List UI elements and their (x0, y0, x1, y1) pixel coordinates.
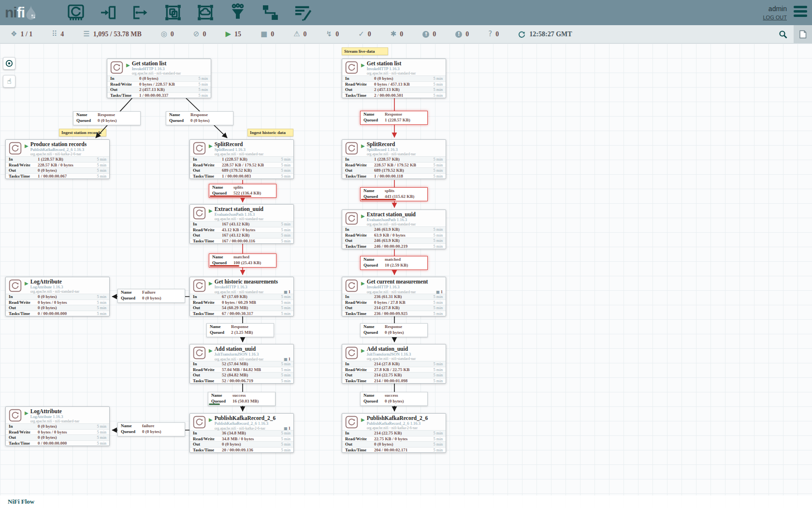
birdseye-toggle-button[interactable] (3, 57, 15, 70)
selection-hand-button[interactable]: ☝ (3, 75, 15, 88)
hamburger-icon (794, 6, 807, 8)
connection-label[interactable]: Namesuccess Queued16 (50.03 MB) (208, 392, 276, 406)
cluster-icon: ❖ (11, 30, 17, 38)
processor-type: PublishKafkaRecord_2_6 1.16.3 (30, 147, 106, 152)
stat-row-out: Out214 (27.8 KB)5 min (342, 305, 446, 311)
processor-icon (345, 279, 358, 292)
processor-icon (193, 416, 206, 429)
bulletin-panel-button[interactable] (794, 25, 812, 44)
connection-name: matched (385, 257, 401, 262)
processor-splitrecord-live[interactable]: ▶ SplitRecord SplitRecord 1.16.3 org.apa… (342, 139, 446, 179)
remote-process-group-component-button[interactable] (195, 2, 216, 23)
label-component-button[interactable] (292, 2, 313, 23)
cluster-stat: ❖1 / 1 (11, 30, 32, 38)
connection-name: success (385, 393, 398, 398)
connection-name: failure (142, 423, 154, 428)
processor-extract-station-uuid-live[interactable]: ▶ Extract station_uuid EvaluateJsonPath … (342, 209, 446, 249)
processor-icon (9, 279, 22, 292)
disabled-stat: ↯0 (326, 30, 339, 38)
processor-log-attribute-1[interactable]: ▶ LogAttribute LogAttribute 1.16.3 org.a… (5, 277, 110, 316)
processor-publish-kafka-historic[interactable]: ▶ PublishKafkaRecord_2_6 PublishKafkaRec… (189, 413, 294, 453)
output-port-component-button[interactable] (130, 2, 151, 23)
processor-type: PublishKafkaRecord_2_6 1.16.3 (215, 421, 290, 426)
connection-label[interactable]: Namefailure Queued0 (0 bytes) (117, 422, 185, 436)
connection-label[interactable]: Namematched Queued10 (2.59 KB) (360, 256, 428, 270)
connection-name: Response (385, 324, 402, 329)
connection-label[interactable]: NameResponse Queued1 (228.57 KB) (360, 111, 428, 125)
processor-type: LogAttribute 1.16.3 (30, 414, 106, 419)
processor-icon (345, 142, 358, 155)
connection-name: splits (385, 188, 394, 193)
invalid-icon: ⚠ (293, 30, 300, 38)
stat-row-out: Out54 (60.29 MB)5 min (190, 305, 293, 311)
processor-add-station-uuid-live[interactable]: ▶ Add station_uuid JoltTransformJSON 1.1… (342, 344, 446, 384)
current-user: admin (763, 5, 787, 13)
processor-icon (193, 142, 206, 155)
stopped-icon: ■ (261, 30, 267, 38)
processor-add-station-uuid-historic[interactable]: ▶ Add station_uuid JoltTransformJSON 1.1… (189, 344, 294, 384)
stat-row-out: Out52 (84.82 MB)5 min (190, 372, 293, 378)
processor-name: SplitRecord (215, 141, 290, 147)
connection-label[interactable]: NameResponse Queued0 (0 bytes) (166, 111, 233, 125)
running-status-icon: ▶ (25, 410, 29, 423)
processor-log-attribute-2[interactable]: ▶ LogAttribute LogAttribute 1.16.3 org.a… (5, 406, 110, 446)
stat-row-read-write: Read/Write0 bytes / 0 bytes5 min (6, 299, 109, 305)
processor-bundle: org.apache.nifi - nifi-standard-nar (367, 290, 416, 294)
funnel-component-button[interactable] (228, 2, 248, 23)
flow-canvas[interactable]: Stream live-dataIngest station recordsIn… (0, 0, 812, 508)
connection-label[interactable]: NameResponse Queued2 (3.25 MB) (206, 323, 274, 337)
running-status-icon: ▶ (25, 143, 29, 156)
processor-get-station-list-live[interactable]: ▶ Get station list InvokeHTTP 1.16.3 org… (342, 59, 446, 98)
process-group-component-button[interactable] (163, 2, 183, 23)
search-button[interactable] (772, 25, 794, 44)
connection-label[interactable]: Namematched Queued100 (25.43 KB) (209, 254, 276, 268)
stat-row-read-write: Read/Write228.57 KB / 179.52 KB5 min (190, 162, 293, 168)
last-refresh-time: 12:58:27 GMT (529, 30, 572, 38)
processor-type: LogAttribute 1.16.3 (30, 284, 106, 289)
processor-get-historic-measurements[interactable]: ▶ Get historic measurements InvokeHTTP 1… (189, 277, 294, 316)
running-status-icon: ▶ (25, 281, 29, 293)
sync-failure-stat: ?0 (488, 30, 499, 38)
queue-fill-bar (210, 195, 251, 197)
processor-splitrecord-historic[interactable]: ▶ SplitRecord SplitRecord 1.16.3 org.apa… (189, 139, 294, 179)
component-toolbar (66, 2, 313, 23)
stat-row-tasks-time: Tasks/Time1 / 00:00:00.3375 min (107, 92, 211, 98)
processor-icon (345, 346, 358, 359)
connection-queued: 0 (0 bytes) (98, 118, 117, 123)
connection-queued: 0 (0 bytes) (142, 429, 161, 434)
logout-link[interactable]: LOG OUT (763, 15, 787, 20)
stat-row-read-write: Read/Write0 bytes / 228.57 KB5 min (107, 81, 211, 87)
stat-row-in: In67 (17.69 KB)5 min (190, 294, 293, 299)
global-menu-button[interactable] (794, 6, 807, 17)
connection-label[interactable]: Namesplits Queued522 (136.4 KB) (209, 184, 276, 198)
processor-extract-station-uuid-historic[interactable]: ▶ Extract station_uuid EvaluateJsonPath … (189, 204, 294, 244)
stat-row-read-write: Read/Write0 bytes / 0 bytes5 min (6, 429, 109, 435)
processor-get-station-list-historic[interactable]: ▶ Get station list InvokeHTTP 1.16.3 org… (107, 59, 211, 98)
processor-bundle: org.apache.nifi - nifi-standard-nar (367, 357, 416, 361)
stale-icon: ↑ (422, 31, 429, 38)
input-port-component-button[interactable] (98, 2, 118, 23)
connection-label[interactable]: NameResponse Queued0 (0 bytes) (73, 111, 141, 125)
app-header: nifi (0, 0, 812, 25)
connection-label[interactable]: Namesplits Queued443 (115.62 KB) (360, 187, 428, 201)
threads-badge-icon: ▦ (284, 357, 288, 361)
processor-component-button[interactable] (66, 2, 86, 23)
processor-get-current-measurement[interactable]: ▶ Get current measurement InvokeHTTP 1.1… (342, 277, 446, 316)
processor-name: PublishKafkaRecord_2_6 (215, 415, 290, 421)
refresh-icon[interactable] (518, 30, 525, 38)
processor-type: JoltTransformJSON 1.16.3 (215, 352, 290, 357)
connection-label[interactable]: Namesuccess Queued0 (0 bytes) (360, 392, 428, 406)
connection-label[interactable]: NameFailure Queued0 (0 bytes) (117, 289, 185, 303)
stat-row-out: Out2 (457.13 KB)5 min (107, 87, 211, 92)
processor-publish-kafka-live[interactable]: ▶ PublishKafkaRecord_2_6 PublishKafkaRec… (342, 413, 446, 453)
stat-row-in: In0 (0 bytes)5 min (6, 423, 109, 429)
processor-bundle: org.apache.nifi - nifi-standard-nar (215, 357, 263, 361)
connection-label[interactable]: NameResponse Queued0 (0 bytes) (360, 323, 428, 337)
processor-produce-station-records[interactable]: ▶ Produce station records PublishKafkaRe… (5, 139, 110, 179)
stat-row-tasks-time: Tasks/Time1 / 00:00:00.0835 min (190, 173, 293, 179)
breadcrumb-nifi-flow[interactable]: NiFi Flow (8, 498, 34, 506)
template-component-button[interactable] (260, 2, 280, 23)
processor-icon (110, 61, 123, 74)
stat-row-tasks-time: Tasks/Time20 / 00:00:09.1365 min (190, 447, 293, 453)
flow-status-bar: ❖1 / 1⠿4☰1,095 / 53.78 MB◎0⊘0▶15■0⚠0↯0✓0… (0, 25, 812, 44)
